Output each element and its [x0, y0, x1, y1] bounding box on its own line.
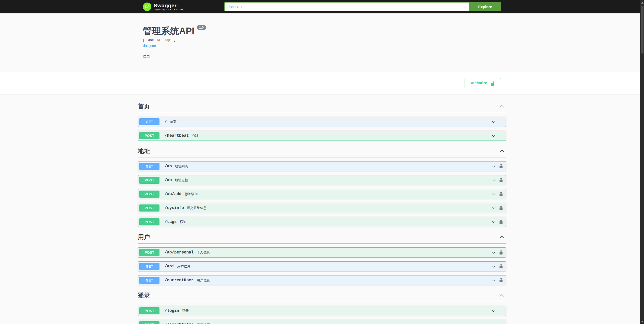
operation-summary[interactable]: GET / 首页: [138, 117, 506, 127]
chevron-down-icon[interactable]: [490, 164, 497, 169]
padlock-icon[interactable]: [497, 220, 505, 224]
operation-summary[interactable]: POST /ab/personal 个人信息: [138, 248, 506, 257]
method-badge: GET: [139, 263, 159, 270]
padlock-icon[interactable]: [497, 206, 505, 210]
chevron-up-icon[interactable]: [499, 234, 506, 240]
triangle-up-icon: [641, 2, 643, 4]
method-badge: GET: [139, 277, 159, 284]
tag-header[interactable]: 首页: [138, 100, 506, 113]
method-badge: POST: [139, 177, 159, 184]
swagger-logo[interactable]: {…} Swagger Supported by SMARTBEAR: [143, 3, 183, 11]
operation-description: 登录状态: [197, 322, 490, 324]
operation-summary[interactable]: POST /login 登录: [138, 306, 506, 316]
operation-row: POST /ab/personal 个人信息: [138, 247, 506, 258]
scheme-container: Authorize: [0, 72, 644, 95]
padlock-icon[interactable]: [497, 278, 505, 282]
operation-summary[interactable]: POST /ab/add 标签添加: [138, 189, 506, 199]
tag-header[interactable]: 地址: [138, 145, 506, 157]
operation-row: POST /ab/add 标签添加: [138, 189, 506, 199]
operation-row: GET /ab 地址列表: [138, 161, 506, 171]
method-badge: POST: [139, 132, 159, 139]
scrollbar-down-button[interactable]: [640, 319, 644, 324]
spec-link[interactable]: doc.json: [143, 44, 156, 48]
operation-summary[interactable]: POST /ab 地址更新: [138, 175, 506, 185]
chevron-down-icon[interactable]: [490, 119, 497, 124]
operation-path: /tags: [162, 220, 179, 224]
operation-path: /loginStatus: [162, 322, 196, 324]
api-info: 管理系统API1.0 [ Base URL: /api ] doc.json 接…: [143, 26, 501, 59]
explore-button[interactable]: Explore: [469, 2, 501, 11]
operation-row: POST /heartbeat 心跳: [138, 131, 506, 141]
operation-description: 个人信息: [197, 250, 490, 255]
chevron-down-icon[interactable]: [490, 205, 497, 211]
scrollbar-thumb[interactable]: [641, 6, 643, 54]
operation-summary[interactable]: POST /tags 标签: [138, 217, 506, 227]
operation-summary[interactable]: GET /api 用户信息: [138, 262, 506, 271]
padlock-icon[interactable]: [497, 164, 505, 168]
method-badge: GET: [139, 163, 159, 170]
version-badge: 1.0: [197, 25, 206, 30]
operation-path: /ab: [162, 164, 174, 169]
scrollbar-up-button[interactable]: [640, 0, 644, 5]
triangle-down-icon: [641, 321, 643, 322]
chevron-down-icon[interactable]: [490, 250, 497, 255]
operation-row: POST /sysinfo 提交系统信息: [138, 203, 506, 213]
operation-row: GET /api 用户信息: [138, 261, 506, 271]
tag-section: 地址 GET /ab 地址列表: [138, 145, 506, 227]
method-badge: POST: [139, 249, 159, 256]
chevron-down-icon[interactable]: [490, 133, 497, 138]
operation-path: /login: [162, 309, 182, 313]
operation-row: POST /ab 地址更新: [138, 175, 506, 185]
authorize-button[interactable]: Authorize: [465, 78, 501, 88]
operation-row: GET /currentUser 用户信息: [138, 275, 506, 285]
swagger-logo-icon: {…}: [143, 3, 151, 11]
operation-description: 标签: [180, 220, 490, 224]
method-badge: GET: [139, 118, 159, 125]
padlock-icon[interactable]: [497, 250, 505, 254]
vertical-scrollbar[interactable]: [640, 0, 644, 324]
padlock-icon[interactable]: [497, 264, 505, 268]
operation-row: POST /login 登录: [138, 306, 506, 316]
tag-section: 用户 POST /ab/personal 个人信息: [138, 231, 506, 285]
chevron-down-icon[interactable]: [490, 178, 497, 183]
padlock-icon[interactable]: [497, 322, 505, 324]
operations-list: 首页 GET / 首页: [138, 95, 506, 324]
api-title: 管理系统API1.0: [143, 26, 501, 36]
tag-section: 首页 GET / 首页: [138, 100, 506, 141]
operation-description: 用户信息: [197, 278, 490, 283]
padlock-icon[interactable]: [497, 120, 505, 124]
api-description: 接口: [143, 55, 501, 59]
chevron-down-icon[interactable]: [490, 322, 497, 324]
chevron-down-icon[interactable]: [490, 192, 497, 197]
operation-path: /ab: [162, 178, 174, 182]
base-url: [ Base URL: /api ]: [143, 38, 501, 42]
operation-summary[interactable]: GET /ab 地址列表: [138, 161, 506, 171]
spec-url-input[interactable]: [224, 2, 469, 11]
chevron-up-icon[interactable]: [499, 148, 506, 154]
operation-description: 提交系统信息: [187, 206, 490, 210]
chevron-down-icon[interactable]: [490, 308, 497, 313]
unlock-icon: [490, 81, 495, 86]
operation-path: /ab/add: [162, 192, 184, 196]
tag-header[interactable]: 用户: [138, 231, 506, 244]
padlock-icon[interactable]: [497, 178, 505, 182]
tag-header[interactable]: 登录: [138, 289, 506, 302]
operation-description: 登录: [182, 309, 490, 313]
padlock-icon[interactable]: [497, 309, 505, 313]
method-badge: POST: [139, 321, 159, 324]
operation-row: GET / 首页: [138, 117, 506, 127]
chevron-up-icon[interactable]: [499, 293, 506, 298]
operation-description: 地址更新: [175, 178, 490, 182]
operation-summary[interactable]: GET /currentUser 用户信息: [138, 275, 506, 285]
operation-summary[interactable]: POST /loginStatus 登录状态: [138, 320, 506, 324]
operation-summary[interactable]: POST /heartbeat 心跳: [138, 131, 506, 141]
chevron-down-icon[interactable]: [490, 264, 497, 269]
chevron-up-icon[interactable]: [499, 104, 506, 109]
padlock-icon[interactable]: [497, 133, 505, 138]
operation-summary[interactable]: POST /sysinfo 提交系统信息: [138, 203, 506, 213]
brand-tagline: Supported by SMARTBEAR: [154, 9, 183, 11]
chevron-down-icon[interactable]: [490, 219, 497, 224]
padlock-icon[interactable]: [497, 192, 505, 196]
operation-path: /sysinfo: [162, 206, 186, 210]
chevron-down-icon[interactable]: [490, 278, 497, 283]
